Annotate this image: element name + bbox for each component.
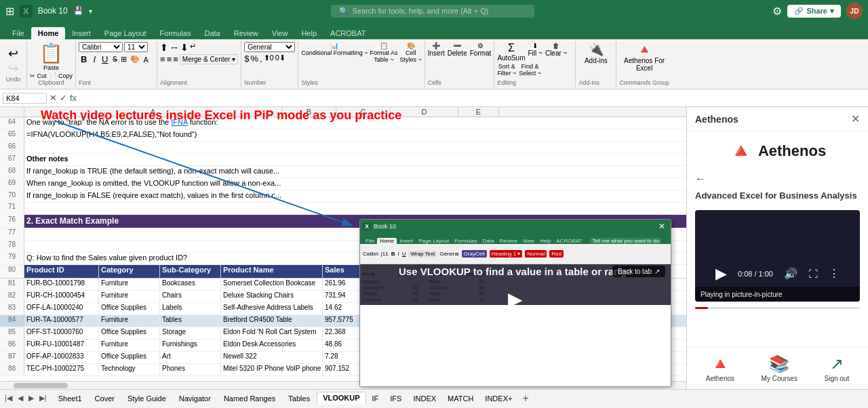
footer-aethenos-button[interactable]: 🔺 Aethenos xyxy=(706,354,734,382)
currency-button[interactable]: $ xyxy=(244,54,249,64)
align-top-button[interactable]: ⬆ xyxy=(160,42,168,53)
sheet-cell[interactable]: Phones xyxy=(160,364,221,375)
sheet-cell[interactable]: OFF-ST-10000760 xyxy=(24,327,99,339)
tab-review[interactable]: Review xyxy=(227,27,265,39)
sheet-cell[interactable]: Sales xyxy=(323,265,363,278)
search-bar[interactable]: 🔍 Search for tools, help, and more (Alt … xyxy=(331,5,534,18)
sheet-tab[interactable]: Tables xyxy=(282,392,316,405)
sheet-cell[interactable] xyxy=(24,142,499,153)
bold-button[interactable]: B xyxy=(79,54,89,65)
sheet-cell[interactable]: Furnishings xyxy=(160,340,221,351)
merge-center-button[interactable]: Merge & Center ▾ xyxy=(180,54,238,64)
font-color-button[interactable]: A xyxy=(142,55,149,64)
decrease-decimal-button[interactable]: 0⬇ xyxy=(275,54,285,64)
panel-more-button[interactable]: ⋮ xyxy=(829,267,840,280)
sheet-cell[interactable]: Office Supplies xyxy=(99,303,160,314)
settings-icon[interactable]: ⚙ xyxy=(772,5,782,18)
sheet-cell[interactable]: Q: How to find the Sales value given pro… xyxy=(24,253,189,264)
tab-formulas[interactable]: Formulas xyxy=(153,27,198,39)
sheet-tab[interactable]: IFS xyxy=(384,393,407,404)
number-format-select[interactable]: General xyxy=(244,42,295,52)
sheet-cell[interactable]: =IFNA(VLOOKUP(H4,B5:E9,2,FALSE),"Not fou… xyxy=(24,129,499,141)
fill-color-button[interactable]: 🎨 xyxy=(130,54,140,64)
insert-function-icon[interactable]: fx xyxy=(70,93,77,103)
sheet-cell[interactable]: TEC-PH-10002275 xyxy=(24,364,99,375)
sheet-cell[interactable]: 14.62 xyxy=(323,303,363,314)
sheet-cell[interactable] xyxy=(24,241,28,252)
tab-help[interactable]: Help xyxy=(294,27,323,39)
sheet-cell[interactable]: Furniture xyxy=(99,340,160,351)
sheet-cell[interactable]: Eldon Desk Accessories xyxy=(221,340,323,351)
percent-button[interactable]: % xyxy=(250,54,258,64)
undo-button[interactable]: ↩ xyxy=(8,46,18,61)
sheet-cell[interactable]: When range_lookup is omitted, the VLOOKU… xyxy=(24,178,499,190)
share-button[interactable]: 🔗 Share ▾ xyxy=(787,5,841,18)
pip-close-button[interactable]: ✕ xyxy=(656,222,668,231)
sheet-cell[interactable]: 907.152 xyxy=(323,364,363,375)
footer-courses-button[interactable]: 📚 My Courses xyxy=(762,354,797,382)
sheet-cell[interactable] xyxy=(24,228,28,240)
add-ins-button[interactable]: 🔌Add-ins xyxy=(578,42,613,64)
add-sheet-button[interactable]: + xyxy=(518,392,532,405)
col-header-e[interactable]: E xyxy=(458,107,499,117)
pip-play-button[interactable]: ▶ xyxy=(508,288,523,310)
sheet-nav-last[interactable]: ▶| xyxy=(37,394,49,403)
sheet-cell[interactable]: Bretford CR4500 Table xyxy=(221,315,323,327)
sheet-cell[interactable]: OFF-LA-10000240 xyxy=(24,303,99,314)
tab-page-layout[interactable]: Page Layout xyxy=(98,27,153,39)
copy-button[interactable]: 📄 Copy xyxy=(50,73,73,79)
sheet-cell[interactable]: Mitel 5320 IP Phone VoIP phone xyxy=(221,364,323,375)
paste-button[interactable]: 📋 Paste xyxy=(39,42,63,71)
tab-acrobat[interactable]: ACROBAT xyxy=(323,27,372,39)
sheet-cell[interactable]: 7.28 xyxy=(323,352,363,363)
sheet-cell[interactable]: Furniture xyxy=(99,315,160,327)
conditional-formatting-button[interactable]: 📊 Conditional Formatting ~ xyxy=(301,42,368,63)
panel-close-button[interactable]: ✕ xyxy=(851,113,860,125)
strikethrough-button[interactable]: S̶ xyxy=(112,54,118,64)
sum-button[interactable]: ΣAutoSum xyxy=(497,42,525,62)
format-as-table-button[interactable]: 📋 Format AsTable ~ xyxy=(370,42,398,63)
redo-button[interactable]: ↪ xyxy=(8,61,18,76)
tab-insert[interactable]: Insert xyxy=(65,27,98,39)
sort-filter-button[interactable]: Sort &Filter ~ xyxy=(497,63,516,77)
formula-input[interactable] xyxy=(79,94,865,102)
comma-button[interactable]: , xyxy=(260,54,262,64)
border-button[interactable]: ⊞ xyxy=(120,54,127,64)
sheet-cell[interactable]: Technology xyxy=(99,364,160,375)
sheet-cell[interactable] xyxy=(24,203,499,214)
italic-button[interactable]: I xyxy=(91,54,98,65)
sheet-cell[interactable]: Chairs xyxy=(160,291,221,302)
footer-signout-button[interactable]: ↗ Sign out xyxy=(824,354,849,382)
sheet-nav-prev[interactable]: ◀ xyxy=(16,394,25,403)
panel-play-button[interactable]: ▶ xyxy=(715,265,727,283)
back-to-tab-button[interactable]: Back to tab ↗ xyxy=(612,266,665,277)
sheet-cell[interactable]: Newell 322 xyxy=(221,352,323,363)
confirm-formula-icon[interactable]: ✓ xyxy=(60,93,67,103)
align-left-button[interactable]: ≡ xyxy=(160,54,165,64)
sheet-cell[interactable]: Category xyxy=(99,265,160,278)
sheet-tab[interactable]: Style Guide xyxy=(121,392,172,405)
tab-file[interactable]: File xyxy=(5,27,31,39)
sheet-cell[interactable]: FUR-FU-10001487 xyxy=(24,340,99,351)
sheet-cell[interactable]: 731.94 xyxy=(323,291,363,302)
sheet-tab[interactable]: Named Ranges xyxy=(218,392,281,405)
sheet-tab[interactable]: MATCH xyxy=(442,393,479,404)
sheet-cell[interactable]: Self-Adhesive Address Labels xyxy=(221,303,323,314)
tab-view[interactable]: View xyxy=(265,27,295,39)
cell-reference-input[interactable]: K84 xyxy=(3,93,47,104)
sheet-nav-next[interactable]: ▶ xyxy=(26,394,36,403)
sheet-cell[interactable]: Deluxe Stacking Chairs xyxy=(221,291,323,302)
sheet-cell[interactable]: 22.368 xyxy=(323,327,363,339)
increase-decimal-button[interactable]: ⬆0 xyxy=(264,54,274,64)
align-center-button[interactable]: ≡ xyxy=(167,54,172,64)
sheet-tab[interactable]: Cover xyxy=(89,392,121,405)
sheet-cell[interactable]: Office Supplies xyxy=(99,327,160,339)
sheet-cell[interactable]: Art xyxy=(160,352,221,363)
cut-button[interactable]: ✂ Cut xyxy=(30,73,47,79)
sheet-cell[interactable]: If range_lookup is TRUE (the default set… xyxy=(24,166,499,178)
sheet-tab[interactable]: Navigator xyxy=(173,392,217,405)
sheet-tab[interactable]: INDEX xyxy=(408,393,441,404)
cell-styles-button[interactable]: 🎨 CellStyles ~ xyxy=(400,42,422,63)
sheet-cell[interactable]: Product Name xyxy=(221,265,323,278)
font-size-select[interactable]: 11 xyxy=(124,42,148,52)
